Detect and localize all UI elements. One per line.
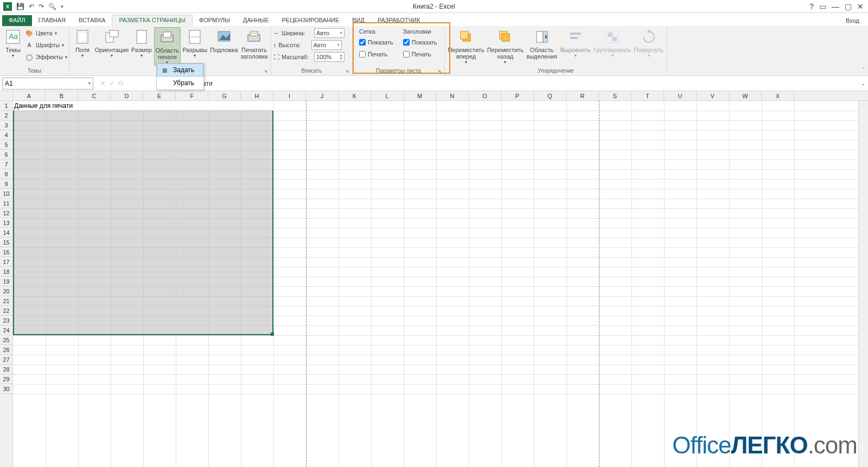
column-header[interactable]: R [566, 91, 599, 100]
print-titles-button[interactable]: Печатать заголовки [240, 27, 269, 60]
column-header[interactable]: E [143, 91, 176, 100]
headings-print-checkbox[interactable]: Печать [403, 49, 437, 60]
column-header[interactable]: O [469, 91, 501, 100]
row-header[interactable]: 23 [0, 316, 12, 325]
formula-bar[interactable]: для печати [128, 78, 858, 89]
column-header[interactable]: N [436, 91, 469, 100]
theme-colors-button[interactable]: 🎨Цвета▾ [25, 27, 67, 39]
insert-function-icon[interactable]: fx [118, 79, 124, 87]
row-header[interactable]: 18 [0, 267, 12, 277]
column-header[interactable]: B [46, 91, 78, 100]
tab-view[interactable]: ВИД [346, 15, 371, 26]
column-header[interactable]: Q [534, 91, 566, 100]
scale-launcher-icon[interactable]: ⬊ [346, 69, 351, 74]
row-header[interactable]: 26 [0, 345, 12, 355]
width-select[interactable]: Авто▾ [314, 28, 344, 38]
row-header[interactable]: 25 [0, 335, 12, 345]
scale-spinner[interactable]: 100%▴▾ [314, 52, 344, 62]
column-header[interactable]: C [78, 91, 111, 100]
sheetopts-launcher-icon[interactable]: ⬊ [438, 69, 443, 74]
collapse-ribbon-icon[interactable]: ˆ [863, 67, 865, 73]
headings-view-checkbox[interactable]: Показать [403, 37, 437, 48]
column-header[interactable]: X [762, 91, 794, 100]
column-header[interactable]: F [176, 91, 208, 100]
select-all-corner[interactable] [0, 91, 13, 100]
tab-file[interactable]: ФАЙЛ [2, 15, 32, 26]
row-header[interactable]: 3 [0, 120, 12, 130]
pagesetup-launcher-icon[interactable]: ⬊ [264, 69, 270, 74]
row-header[interactable]: 9 [0, 179, 12, 189]
expand-formula-bar-icon[interactable]: ⌄ [858, 80, 868, 86]
column-header[interactable]: P [501, 91, 534, 100]
column-header[interactable]: V [697, 91, 729, 100]
print-area-button[interactable]: Область печати▾ [154, 27, 181, 66]
column-header[interactable]: M [404, 91, 436, 100]
close-icon[interactable]: ✕ [857, 2, 864, 11]
row-header[interactable]: 21 [0, 296, 12, 306]
row-header[interactable]: 13 [0, 218, 12, 228]
column-header[interactable]: L [371, 91, 404, 100]
row-header[interactable]: 27 [0, 355, 12, 364]
ribbon-display-icon[interactable]: ▭ [819, 2, 826, 11]
row-header[interactable]: 24 [0, 325, 12, 335]
row-header[interactable]: 7 [0, 159, 12, 169]
breaks-button[interactable]: Разрывы▾ [182, 27, 208, 58]
tab-developer[interactable]: РАЗРАБОТЧИК [371, 15, 426, 26]
column-header[interactable]: J [306, 91, 339, 100]
theme-effects-button[interactable]: ◯Эффекты▾ [25, 51, 67, 63]
qat-undo-icon[interactable]: ↶ [29, 3, 34, 10]
row-header[interactable]: 17 [0, 257, 12, 267]
size-button[interactable]: Размер▾ [130, 27, 153, 58]
tab-page-layout[interactable]: РАЗМЕТКА СТРАНИЦЫ [112, 15, 192, 26]
qat-save-icon[interactable]: 💾 [16, 3, 24, 10]
row-header[interactable]: 29 [0, 374, 12, 384]
tab-review[interactable]: РЕЦЕНЗИРОВАНИЕ [275, 15, 346, 26]
qat-customize-icon[interactable]: ▾ [61, 4, 63, 9]
column-header[interactable]: D [111, 91, 143, 100]
column-header[interactable]: G [208, 91, 241, 100]
row-header[interactable]: 15 [0, 238, 12, 247]
theme-fonts-button[interactable]: AШрифты▾ [25, 39, 67, 51]
formula-cancel-icon[interactable]: ✕ [100, 79, 106, 87]
background-button[interactable]: Подложка [209, 27, 239, 53]
column-header[interactable]: I [273, 91, 306, 100]
orientation-button[interactable]: Ориентация▾ [94, 27, 129, 58]
fill-handle[interactable] [271, 332, 274, 336]
help-icon[interactable]: ? [809, 2, 814, 11]
gridlines-print-checkbox[interactable]: Печать [359, 49, 393, 60]
vertical-scrollbar[interactable] [858, 101, 868, 467]
row-header[interactable]: 8 [0, 169, 12, 179]
column-header[interactable]: K [339, 91, 371, 100]
tab-data[interactable]: ДАННЫЕ [237, 15, 276, 26]
qat-redo-icon[interactable]: ↷ [39, 3, 44, 10]
row-header[interactable]: 2 [0, 111, 12, 120]
column-header[interactable]: A [13, 91, 46, 100]
row-header[interactable]: 30 [0, 384, 12, 394]
row-header[interactable]: 12 [0, 208, 12, 218]
print-area-clear-item[interactable]: Убрать [157, 76, 203, 89]
row-header[interactable]: 6 [0, 150, 12, 159]
column-header[interactable]: H [241, 91, 273, 100]
column-header[interactable]: T [631, 91, 664, 100]
row-header[interactable]: 14 [0, 228, 12, 238]
align-button[interactable]: Выровнять▾ [559, 27, 592, 58]
row-header[interactable]: 20 [0, 286, 12, 296]
themes-button[interactable]: Aa Темы▾ [2, 27, 24, 58]
row-header[interactable]: 22 [0, 306, 12, 316]
gridlines-view-checkbox[interactable]: Показать [359, 37, 393, 48]
sign-in-link[interactable]: Вход [837, 15, 868, 26]
column-header[interactable]: S [599, 91, 631, 100]
row-header[interactable]: 10 [0, 189, 12, 199]
selection-pane-button[interactable]: Область выделения [526, 27, 558, 60]
minimize-icon[interactable]: — [832, 2, 839, 11]
worksheet-grid[interactable]: ABCDEFGHIJKLMNOPQRSTUVWX 123456789101112… [0, 91, 868, 467]
column-header[interactable]: U [664, 91, 697, 100]
margins-button[interactable]: Поля▾ [72, 27, 93, 58]
send-backward-button[interactable]: Переместить назад▾ [486, 27, 524, 65]
row-header[interactable]: 16 [0, 247, 12, 257]
row-header[interactable]: 4 [0, 130, 12, 140]
column-header[interactable]: W [729, 91, 762, 100]
formula-enter-icon[interactable]: ✓ [109, 79, 115, 87]
tab-insert[interactable]: ВСТАВКА [72, 15, 112, 26]
row-header[interactable]: 19 [0, 277, 12, 286]
